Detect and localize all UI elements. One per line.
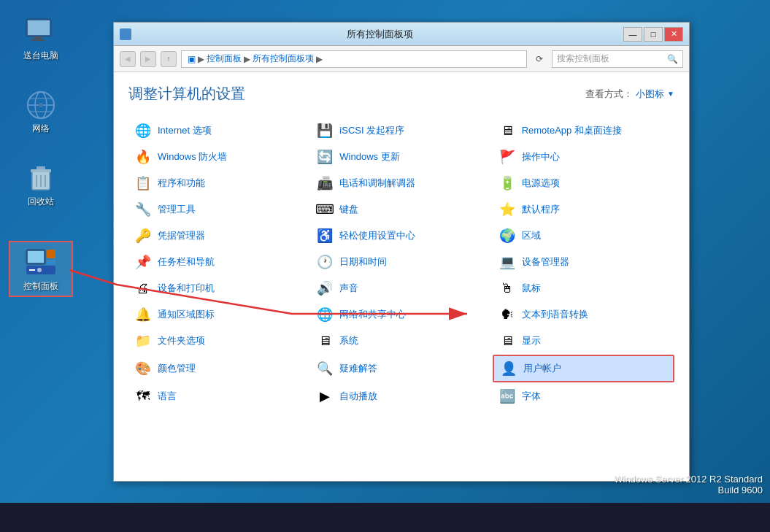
cp-item[interactable]: 🔔通知区域图标 [128,302,310,327]
cp-item[interactable]: 🔄Windows 更新 [310,144,492,169]
cp-item[interactable]: 📠电话和调制解调器 [310,171,492,196]
cp-item-label: RemoteApp 和桌面连接 [522,124,622,137]
cp-item-icon: 🔑 [134,227,152,244]
cp-item-label: 操作中心 [522,150,560,163]
desktop-icon-recycle[interactable]: 回收站 [15,161,67,208]
cp-item[interactable]: 🔑凭据管理器 [128,223,310,248]
cp-item-icon: ⌨ [316,201,334,218]
cp-item-icon: 🌐 [316,306,334,323]
win-version: Windows Server 2012 R2 Standard Build 96… [614,474,763,496]
cp-item-label: Windows 更新 [339,150,399,163]
cp-item-label: 区域 [522,229,541,242]
cp-item-icon: 👤 [500,360,517,377]
close-button[interactable]: ✕ [664,27,683,42]
cp-item-label: 电话和调制解调器 [339,177,415,190]
cp-item-icon: 🚩 [498,148,516,166]
cp-item[interactable]: 🖥RemoteApp 和桌面连接 [493,118,674,143]
cp-item[interactable]: ♿轻松使用设置中心 [310,223,492,248]
svg-rect-19 [47,260,55,264]
address-bar: ◀ ▶ ↑ ▣ ▶ 控制面板 ▶ 所有控制面板项 ▶ ⟳ 搜索控制面板 🔍 [114,46,689,72]
cp-item-label: 设备管理器 [522,255,569,269]
cp-item[interactable]: 📋程序和功能 [128,171,310,196]
win-version-line1: Windows Server 2012 R2 Standard [614,474,763,485]
desktop-icon-network[interactable]: 网络 [15,88,67,135]
path-sep-1: ▶ [198,54,204,64]
desktop: 送台电脑 网络 回收站 [0,0,770,532]
cp-item[interactable]: ⌨键盘 [310,197,492,222]
cp-item[interactable]: 👤用户帐户 [493,355,674,382]
cp-item-label: 文本到语音转换 [522,308,588,321]
svg-point-9 [39,103,43,107]
cp-item[interactable]: ▶自动播放 [310,384,492,409]
cp-item-icon: ▶ [316,388,334,405]
cp-item-label: 电源选项 [522,177,560,190]
cp-item-label: 程序和功能 [158,177,205,190]
refresh-button[interactable]: ⟳ [531,51,547,67]
cp-item-label: Windows 防火墙 [158,150,227,163]
cp-item[interactable]: 🔧管理工具 [128,197,310,222]
cp-item[interactable]: 🔋电源选项 [493,171,674,196]
cp-item-label: 系统 [339,334,358,347]
cp-item[interactable]: 🔍疑难解答 [310,355,492,382]
forward-button[interactable]: ▶ [140,51,156,67]
cp-item[interactable]: 🌍区域 [493,223,674,248]
svg-rect-2 [34,36,42,39]
items-grid: 🌐Internet 选项💾iSCSI 发起程序🖥RemoteApp 和桌面连接🔥… [128,118,674,409]
control-panel-icon [23,245,58,280]
back-button[interactable]: ◀ [120,51,136,67]
path-allitems[interactable]: 所有控制面板项 [253,53,314,65]
cp-item-label: 凭据管理器 [158,229,205,242]
cp-item[interactable]: 🖨设备和打印机 [128,276,310,301]
cp-item-icon: ♿ [316,227,334,244]
cp-item[interactable]: 🎨颜色管理 [128,355,310,382]
cp-item[interactable]: 📌任务栏和导航 [128,250,310,274]
cp-item[interactable]: 🔊声音 [310,276,492,301]
cp-item-icon: 🌍 [498,227,516,244]
cp-item[interactable]: ⭐默认程序 [493,197,674,222]
control-panel-window: 所有控制面板项 — □ ✕ ◀ ▶ ↑ ▣ ▶ 控制面板 ▶ 所有控制面板项 ▶… [113,22,690,482]
cp-item-icon: 🕐 [316,253,334,271]
recycle-icon [23,161,58,196]
cp-item-label: 轻松使用设置中心 [339,229,415,242]
up-button[interactable]: ↑ [161,51,177,67]
desktop-icon-computer[interactable]: 送台电脑 [15,15,67,62]
cp-content: 调整计算机的设置 查看方式： 小图标 ▼ 🌐Internet 选项💾iSCSI … [114,72,689,481]
cp-item[interactable]: 💻设备管理器 [493,250,674,274]
svg-rect-3 [31,39,45,41]
cp-item[interactable]: 🗺语言 [128,384,310,409]
cp-item-label: 默认程序 [522,203,560,216]
cp-item-label: 显示 [522,334,541,347]
view-mode-value[interactable]: 小图标 [636,88,664,101]
svg-point-22 [37,268,42,272]
cp-item[interactable]: 🔥Windows 防火墙 [128,144,310,169]
cp-item[interactable]: 🕐日期和时间 [310,250,492,274]
cp-item[interactable]: 🔤字体 [493,384,674,409]
cp-item-label: iSCSI 发起程序 [339,124,404,137]
cp-item[interactable]: 🖥显示 [493,328,674,353]
cp-item-label: 文件夹选项 [158,334,205,347]
address-path[interactable]: ▣ ▶ 控制面板 ▶ 所有控制面板项 ▶ [181,50,527,68]
path-controlpanel[interactable]: ▣ [188,54,196,64]
view-mode-arrow[interactable]: ▼ [667,90,674,98]
desktop-icon-control[interactable]: 控制面板 [9,241,73,297]
cp-item[interactable]: 🌐网络和共享中心 [310,302,492,327]
view-mode: 查看方式： 小图标 ▼ [585,88,674,101]
maximize-button[interactable]: □ [644,27,663,42]
minimize-button[interactable]: — [623,27,642,42]
cp-item[interactable]: 📁文件夹选项 [128,328,310,353]
cp-item-icon: 🎨 [134,360,152,377]
path-controlpanel-text[interactable]: 控制面板 [207,53,242,65]
cp-item[interactable]: 💾iSCSI 发起程序 [310,118,492,143]
cp-item-icon: 📠 [316,174,334,192]
cp-item-icon: 🖥 [498,122,516,139]
icon-network-label: 网络 [32,123,50,135]
search-icon[interactable]: 🔍 [667,54,678,64]
cp-item[interactable]: 🖱鼠标 [493,276,674,301]
search-placeholder[interactable]: 搜索控制面板 [557,53,664,65]
cp-item[interactable]: 🌐Internet 选项 [128,118,310,143]
cp-item-label: 用户帐户 [523,362,561,375]
cp-item[interactable]: 🗣文本到语音转换 [493,302,674,327]
cp-item[interactable]: 🖥系统 [310,328,492,353]
cp-item[interactable]: 🚩操作中心 [493,144,674,169]
computer-icon [23,15,58,50]
